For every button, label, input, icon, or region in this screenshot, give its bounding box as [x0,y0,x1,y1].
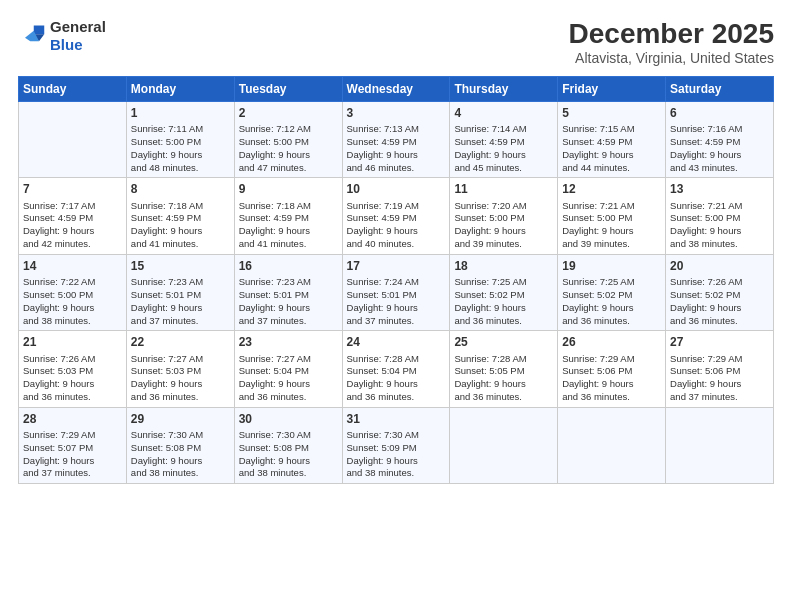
day-info-line: Sunset: 5:00 PM [131,136,230,149]
cell-inner: 14Sunrise: 7:22 AMSunset: 5:00 PMDayligh… [23,258,122,327]
day-info-line: Sunset: 5:00 PM [454,212,553,225]
day-info-line: Daylight: 9 hours [239,378,338,391]
day-number: 24 [347,334,446,350]
cell-inner: 18Sunrise: 7:25 AMSunset: 5:02 PMDayligh… [454,258,553,327]
cell-inner: 9Sunrise: 7:18 AMSunset: 4:59 PMDaylight… [239,181,338,250]
calendar-cell: 25Sunrise: 7:28 AMSunset: 5:05 PMDayligh… [450,331,558,407]
day-info-line: and 46 minutes. [347,162,446,175]
cell-inner: 19Sunrise: 7:25 AMSunset: 5:02 PMDayligh… [562,258,661,327]
day-info-line: Sunrise: 7:28 AM [454,353,553,366]
day-info-line: Daylight: 9 hours [131,455,230,468]
day-info-line: and 38 minutes. [131,467,230,480]
day-info-line: Daylight: 9 hours [562,149,661,162]
day-info-line: Daylight: 9 hours [562,225,661,238]
day-info-line: Sunrise: 7:27 AM [239,353,338,366]
calendar-cell [19,102,127,178]
day-info-line: Daylight: 9 hours [131,378,230,391]
day-info-line: Daylight: 9 hours [454,302,553,315]
day-info-line: Sunrise: 7:12 AM [239,123,338,136]
cell-inner: 7Sunrise: 7:17 AMSunset: 4:59 PMDaylight… [23,181,122,250]
calendar-cell: 13Sunrise: 7:21 AMSunset: 5:00 PMDayligh… [666,178,774,254]
day-info-line: Sunset: 5:00 PM [670,212,769,225]
calendar-cell: 23Sunrise: 7:27 AMSunset: 5:04 PMDayligh… [234,331,342,407]
day-info-line: Daylight: 9 hours [562,302,661,315]
weekday-tuesday: Tuesday [234,77,342,102]
day-number: 27 [670,334,769,350]
cell-inner: 26Sunrise: 7:29 AMSunset: 5:06 PMDayligh… [562,334,661,403]
day-info-line: Sunset: 5:00 PM [562,212,661,225]
day-info-line: and 47 minutes. [239,162,338,175]
calendar-cell: 24Sunrise: 7:28 AMSunset: 5:04 PMDayligh… [342,331,450,407]
day-info-line: Sunset: 4:59 PM [347,212,446,225]
day-info-line: Sunset: 5:05 PM [454,365,553,378]
day-number: 23 [239,334,338,350]
day-info-line: Sunrise: 7:11 AM [131,123,230,136]
day-info-line: Daylight: 9 hours [23,455,122,468]
day-number: 29 [131,411,230,427]
day-info-line: Sunset: 4:59 PM [131,212,230,225]
cell-inner: 22Sunrise: 7:27 AMSunset: 5:03 PMDayligh… [131,334,230,403]
day-info-line: Sunrise: 7:17 AM [23,200,122,213]
day-info-line: Sunset: 5:03 PM [23,365,122,378]
day-info-line: Sunset: 4:59 PM [454,136,553,149]
weekday-thursday: Thursday [450,77,558,102]
day-info-line: and 37 minutes. [131,315,230,328]
title-block: December 2025 Altavista, Virginia, Unite… [569,18,774,66]
day-info-line: and 36 minutes. [562,391,661,404]
calendar-cell: 29Sunrise: 7:30 AMSunset: 5:08 PMDayligh… [126,407,234,483]
day-info-line: Daylight: 9 hours [131,225,230,238]
calendar-cell: 2Sunrise: 7:12 AMSunset: 5:00 PMDaylight… [234,102,342,178]
weekday-header-row: SundayMondayTuesdayWednesdayThursdayFrid… [19,77,774,102]
logo-blue: Blue [50,36,83,53]
day-info-line: Sunset: 5:06 PM [670,365,769,378]
day-info-line: Sunrise: 7:16 AM [670,123,769,136]
day-number: 12 [562,181,661,197]
day-info-line: Sunrise: 7:28 AM [347,353,446,366]
day-info-line: Sunset: 5:06 PM [562,365,661,378]
day-info-line: Daylight: 9 hours [131,302,230,315]
day-info-line: and 37 minutes. [347,315,446,328]
day-info-line: and 38 minutes. [347,467,446,480]
day-info-line: Sunset: 5:08 PM [239,442,338,455]
day-info-line: Daylight: 9 hours [347,149,446,162]
day-info-line: Sunrise: 7:24 AM [347,276,446,289]
day-info-line: Sunrise: 7:21 AM [562,200,661,213]
day-info-line: and 42 minutes. [23,238,122,251]
day-info-line: Sunrise: 7:30 AM [239,429,338,442]
day-number: 17 [347,258,446,274]
cell-inner: 23Sunrise: 7:27 AMSunset: 5:04 PMDayligh… [239,334,338,403]
week-row-5: 28Sunrise: 7:29 AMSunset: 5:07 PMDayligh… [19,407,774,483]
cell-inner: 30Sunrise: 7:30 AMSunset: 5:08 PMDayligh… [239,411,338,480]
day-info-line: and 36 minutes. [23,391,122,404]
calendar-cell: 4Sunrise: 7:14 AMSunset: 4:59 PMDaylight… [450,102,558,178]
day-info-line: and 39 minutes. [562,238,661,251]
cell-inner: 5Sunrise: 7:15 AMSunset: 4:59 PMDaylight… [562,105,661,174]
day-info-line: and 37 minutes. [23,467,122,480]
day-number: 26 [562,334,661,350]
day-info-line: Sunset: 5:04 PM [239,365,338,378]
day-info-line: Daylight: 9 hours [239,302,338,315]
day-number: 3 [347,105,446,121]
calendar-cell: 17Sunrise: 7:24 AMSunset: 5:01 PMDayligh… [342,254,450,330]
day-info-line: Daylight: 9 hours [670,378,769,391]
logo-icon [18,22,46,50]
day-info-line: and 36 minutes. [239,391,338,404]
day-info-line: Sunrise: 7:25 AM [454,276,553,289]
week-row-1: 1Sunrise: 7:11 AMSunset: 5:00 PMDaylight… [19,102,774,178]
day-number: 19 [562,258,661,274]
day-info-line: Daylight: 9 hours [454,378,553,391]
day-number: 28 [23,411,122,427]
day-info-line: Sunset: 5:09 PM [347,442,446,455]
day-info-line: and 36 minutes. [131,391,230,404]
calendar-cell: 8Sunrise: 7:18 AMSunset: 4:59 PMDaylight… [126,178,234,254]
day-info-line: Sunrise: 7:23 AM [131,276,230,289]
day-number: 15 [131,258,230,274]
day-number: 5 [562,105,661,121]
day-info-line: Daylight: 9 hours [239,149,338,162]
cell-inner: 20Sunrise: 7:26 AMSunset: 5:02 PMDayligh… [670,258,769,327]
day-info-line: and 39 minutes. [454,238,553,251]
calendar-cell: 5Sunrise: 7:15 AMSunset: 4:59 PMDaylight… [558,102,666,178]
day-number: 8 [131,181,230,197]
day-info-line: Sunset: 5:02 PM [670,289,769,302]
day-info-line: and 37 minutes. [239,315,338,328]
